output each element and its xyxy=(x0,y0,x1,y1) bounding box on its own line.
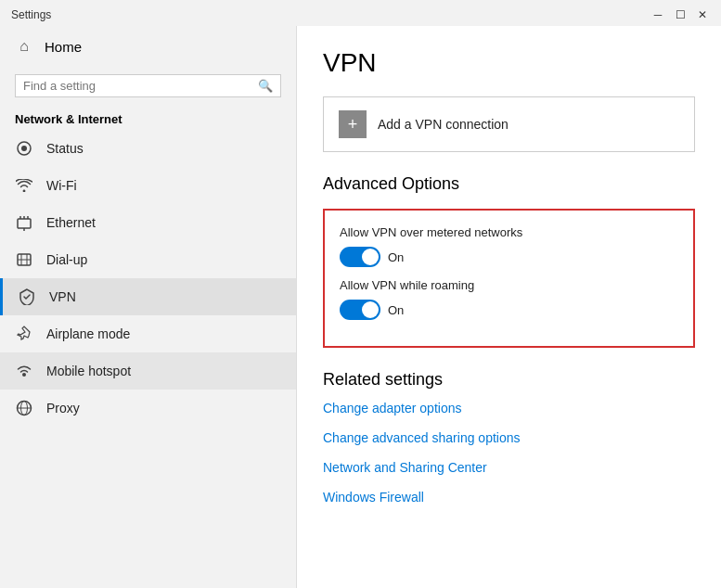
toggle-metered[interactable] xyxy=(340,247,380,267)
sidebar-item-airplane[interactable]: Airplane mode xyxy=(0,315,296,352)
toggle-row-metered: Allow VPN over metered networks On xyxy=(340,225,678,267)
sidebar-item-wifi-label: Wi-Fi xyxy=(46,178,77,193)
search-box[interactable]: 🔍 xyxy=(15,74,281,97)
advanced-options-box: Allow VPN over metered networks On Allow… xyxy=(323,209,695,348)
toggle-metered-control: On xyxy=(340,247,678,267)
sidebar-item-status-label: Status xyxy=(46,141,84,156)
toggle-roaming-state: On xyxy=(388,303,404,317)
window-title: Settings xyxy=(11,8,650,21)
sidebar-item-hotspot[interactable]: Mobile hotspot xyxy=(0,352,296,390)
sidebar-category: Network & Internet xyxy=(0,105,296,130)
minimize-button[interactable]: ─ xyxy=(650,7,665,22)
sidebar-item-ethernet-label: Ethernet xyxy=(46,215,96,230)
sidebar: ⌂ Home 🔍 Network & Internet Status Wi-Fi… xyxy=(0,26,297,588)
advanced-options-title: Advanced Options xyxy=(323,174,695,194)
link-change-sharing[interactable]: Change advanced sharing options xyxy=(323,430,695,445)
svg-point-11 xyxy=(22,373,26,377)
wifi-icon xyxy=(15,176,33,195)
sidebar-home-label: Home xyxy=(45,39,82,55)
sidebar-item-dialup-label: Dial-up xyxy=(46,252,87,267)
toggle-roaming[interactable] xyxy=(340,300,380,320)
toggle-roaming-knob xyxy=(362,301,379,318)
title-bar: Settings ─ ☐ ✕ xyxy=(0,0,721,26)
toggle-roaming-label: Allow VPN while roaming xyxy=(340,278,678,292)
toggle-roaming-control: On xyxy=(340,300,678,320)
add-vpn-label: Add a VPN connection xyxy=(378,117,509,132)
ethernet-icon xyxy=(15,213,33,232)
sidebar-item-vpn[interactable]: VPN xyxy=(0,278,296,315)
vpn-icon xyxy=(18,288,36,306)
related-settings-title: Related settings xyxy=(323,370,695,390)
sidebar-item-ethernet[interactable]: Ethernet xyxy=(0,204,296,241)
search-input[interactable] xyxy=(23,79,258,93)
sidebar-item-status[interactable]: Status xyxy=(0,130,296,167)
toggle-metered-state: On xyxy=(388,250,404,264)
sidebar-item-hotspot-label: Mobile hotspot xyxy=(46,364,131,378)
page-title: VPN xyxy=(323,48,695,78)
main-content: VPN + Add a VPN connection Advanced Opti… xyxy=(297,26,721,588)
sidebar-item-vpn-label: VPN xyxy=(49,289,76,304)
sidebar-item-dialup[interactable]: Dial-up xyxy=(0,241,296,278)
proxy-icon xyxy=(15,399,33,417)
sidebar-item-wifi[interactable]: Wi-Fi xyxy=(0,167,296,204)
search-icon[interactable]: 🔍 xyxy=(258,79,273,93)
close-button[interactable]: ✕ xyxy=(695,7,710,22)
home-icon: ⌂ xyxy=(15,37,33,56)
toggle-row-roaming: Allow VPN while roaming On xyxy=(340,278,678,320)
sidebar-item-airplane-label: Airplane mode xyxy=(46,326,130,341)
toggle-metered-label: Allow VPN over metered networks xyxy=(340,225,678,239)
svg-point-1 xyxy=(21,146,27,151)
link-change-adapter[interactable]: Change adapter options xyxy=(323,401,695,415)
airplane-icon xyxy=(15,325,33,343)
sidebar-item-proxy-label: Proxy xyxy=(46,401,80,415)
window-controls: ─ ☐ ✕ xyxy=(650,7,710,22)
link-firewall[interactable]: Windows Firewall xyxy=(323,490,695,505)
sidebar-item-home[interactable]: ⌂ Home xyxy=(0,26,296,67)
plus-icon: + xyxy=(339,110,367,138)
toggle-metered-knob xyxy=(362,249,379,265)
link-network-center[interactable]: Network and Sharing Center xyxy=(323,460,695,475)
window-body: ⌂ Home 🔍 Network & Internet Status Wi-Fi… xyxy=(0,26,721,588)
hotspot-icon xyxy=(15,362,33,380)
svg-rect-2 xyxy=(18,219,31,228)
sidebar-item-proxy[interactable]: Proxy xyxy=(0,390,296,427)
status-icon xyxy=(15,139,33,158)
dialup-icon xyxy=(15,250,33,269)
maximize-button[interactable]: ☐ xyxy=(673,7,688,22)
add-vpn-button[interactable]: + Add a VPN connection xyxy=(323,96,695,152)
